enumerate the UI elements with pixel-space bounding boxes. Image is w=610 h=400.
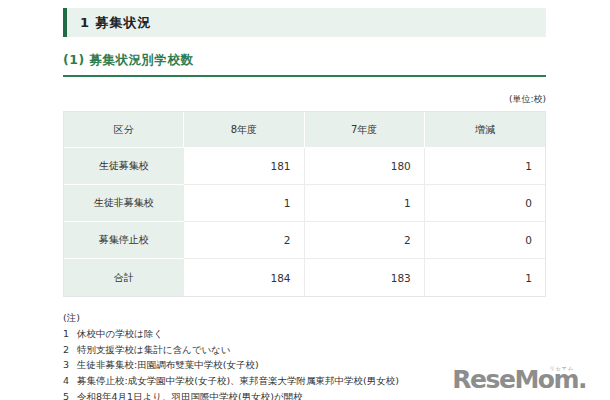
note-item: 2特別支援学校は集計に含んでいない bbox=[63, 344, 546, 357]
note-number: 2 bbox=[63, 344, 77, 357]
unit-label: (単位:校) bbox=[63, 93, 546, 106]
section-title: 1 募集状況 bbox=[80, 14, 152, 32]
note-item: 1休校中の学校は除く bbox=[63, 328, 546, 341]
table-row: 合計1841831 bbox=[64, 259, 545, 296]
schools-count-table: 区分8年度7年度増減 生徒募集校1811801生徒非募集校110募集停止校220… bbox=[63, 111, 546, 297]
column-header: 増減 bbox=[425, 112, 545, 148]
value-cell: 0 bbox=[425, 222, 545, 259]
value-cell: 2 bbox=[305, 222, 425, 259]
value-cell: 1 bbox=[425, 148, 545, 185]
value-cell: 180 bbox=[305, 148, 425, 185]
note-number: 5 bbox=[63, 391, 77, 400]
value-cell: 0 bbox=[425, 185, 545, 222]
article-page: 1 募集状況 (1) 募集状況別学校数 (単位:校) 区分8年度7年度増減 生徒… bbox=[63, 8, 546, 400]
note-text: 生徒非募集校:田園調布雙葉中学校(女子校) bbox=[77, 359, 259, 372]
value-cell: 1 bbox=[305, 185, 425, 222]
table-header-row: 区分8年度7年度増減 bbox=[64, 112, 545, 148]
logo-ruby-text: リセマム bbox=[550, 366, 574, 371]
value-cell: 1 bbox=[184, 185, 304, 222]
subsection-title: (1) 募集状況別学校数 bbox=[63, 52, 546, 77]
value-cell: 1 bbox=[425, 259, 545, 296]
note-text: 休校中の学校は除く bbox=[77, 328, 163, 341]
value-cell: 2 bbox=[184, 222, 304, 259]
section-header-bar: 1 募集状況 bbox=[63, 8, 546, 37]
row-label-cell: 募集停止校 bbox=[64, 222, 184, 259]
table-row: 生徒募集校1811801 bbox=[64, 148, 545, 185]
row-label-cell: 生徒募集校 bbox=[64, 148, 184, 185]
value-cell: 183 bbox=[305, 259, 425, 296]
note-text: 令和8年4月1日より、羽田国際中学校(男女校)が開校 bbox=[77, 391, 303, 400]
column-header: 7年度 bbox=[305, 112, 425, 148]
column-header: 8年度 bbox=[184, 112, 304, 148]
row-label-cell: 合計 bbox=[64, 259, 184, 296]
column-header: 区分 bbox=[64, 112, 184, 148]
value-cell: 181 bbox=[184, 148, 304, 185]
row-label-cell: 生徒非募集校 bbox=[64, 185, 184, 222]
note-text: 特別支援学校は集計に含んでいない bbox=[77, 344, 231, 357]
note-number: 3 bbox=[63, 359, 77, 372]
value-cell: 184 bbox=[184, 259, 304, 296]
note-number: 4 bbox=[63, 375, 77, 388]
note-text: 募集停止校:成女学園中学校(女子校)、東邦音楽大学附属東邦中学校(男女校) bbox=[77, 375, 399, 388]
table-row: 募集停止校220 bbox=[64, 222, 545, 259]
notes-heading: (注) bbox=[63, 312, 546, 325]
resemom-logo: リセマム ReseMom. bbox=[452, 367, 586, 392]
note-number: 1 bbox=[63, 328, 77, 341]
table-row: 生徒非募集校110 bbox=[64, 185, 545, 222]
